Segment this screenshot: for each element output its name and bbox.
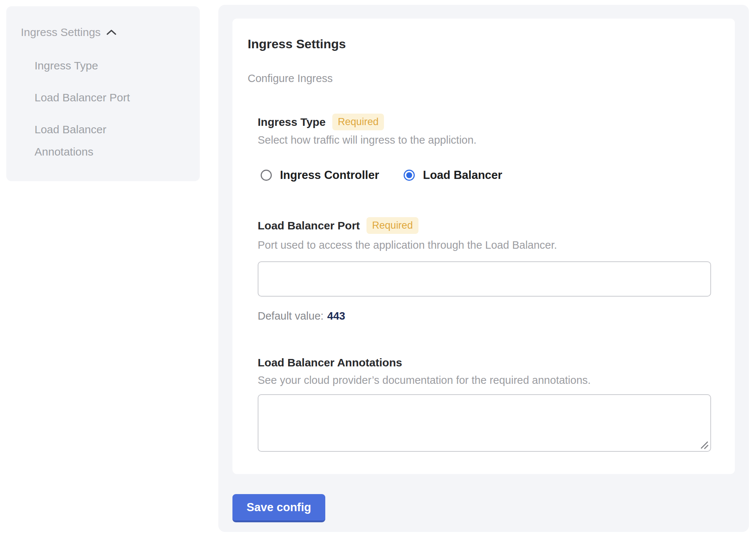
section-load-balancer-port: Load Balancer Port Required Port used to… <box>258 217 711 322</box>
lb-annotations-heading: Load Balancer Annotations <box>258 356 402 370</box>
sidebar-group-label: Ingress Settings <box>21 24 101 40</box>
load-balancer-annotations-textarea[interactable] <box>258 394 711 452</box>
default-value: 443 <box>327 310 345 322</box>
page-title: Ingress Settings <box>248 36 711 51</box>
radio-option-load-balancer[interactable]: Load Balancer <box>404 168 502 182</box>
lb-annotations-heading-row: Load Balancer Annotations <box>258 356 711 370</box>
load-balancer-port-input[interactable] <box>258 261 711 297</box>
ingress-type-heading-row: Ingress Type Required <box>258 114 711 130</box>
required-badge: Required <box>332 114 384 130</box>
section-load-balancer-annotations: Load Balancer Annotations See your cloud… <box>258 356 711 452</box>
save-config-button[interactable]: Save config <box>232 494 325 522</box>
lb-port-heading: Load Balancer Port <box>258 219 360 233</box>
main-panel: Ingress Settings Configure Ingress Ingre… <box>218 5 749 532</box>
ingress-type-description: Select how traffic will ingress to the a… <box>258 133 711 147</box>
chevron-up-icon <box>106 29 117 36</box>
sidebar-item-load-balancer-annotations[interactable]: Load Balancer Annotations <box>35 118 157 163</box>
sidebar: Ingress Settings Ingress Type Load Balan… <box>6 6 200 181</box>
radio-load-balancer-icon <box>404 170 415 181</box>
ingress-settings-card: Ingress Settings Configure Ingress Ingre… <box>232 19 735 474</box>
default-value-row: Default value:443 <box>258 310 711 322</box>
sidebar-item-load-balancer-port[interactable]: Load Balancer Port <box>35 86 157 109</box>
lb-port-heading-row: Load Balancer Port Required <box>258 217 711 234</box>
lb-port-description: Port used to access the application thro… <box>258 238 711 252</box>
sidebar-group-ingress-settings[interactable]: Ingress Settings <box>21 24 186 40</box>
radio-ingress-controller-icon <box>261 170 272 181</box>
radio-ingress-controller-label: Ingress Controller <box>280 168 379 182</box>
sidebar-item-list: Ingress Type Load Balancer Port Load Bal… <box>35 55 186 163</box>
radio-load-balancer-label: Load Balancer <box>423 168 502 182</box>
ingress-type-heading: Ingress Type <box>258 115 326 129</box>
default-value-label: Default value: <box>258 310 323 322</box>
form-sections: Ingress Type Required Select how traffic… <box>258 114 711 452</box>
required-badge: Required <box>366 217 418 234</box>
sidebar-item-ingress-type[interactable]: Ingress Type <box>35 55 157 77</box>
lb-annotations-textarea-wrap <box>258 394 711 452</box>
ingress-type-radio-group: Ingress Controller Load Balancer <box>261 167 711 184</box>
section-ingress-type: Ingress Type Required Select how traffic… <box>258 114 711 184</box>
page-subtitle: Configure Ingress <box>248 72 711 85</box>
radio-option-ingress-controller[interactable]: Ingress Controller <box>261 168 379 182</box>
lb-annotations-description: See your cloud provider’s documentation … <box>258 373 711 387</box>
